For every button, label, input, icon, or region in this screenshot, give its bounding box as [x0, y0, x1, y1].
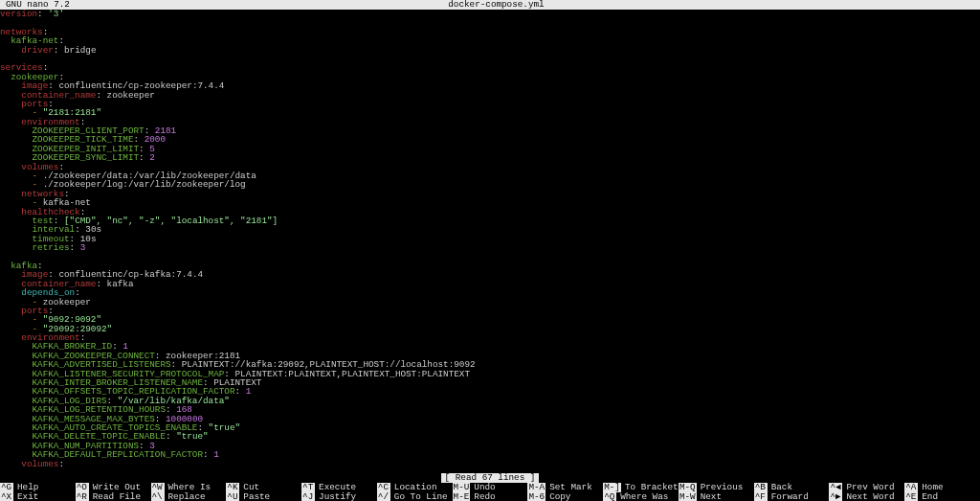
shortcut: ^CLocation — [377, 483, 453, 492]
editor-line[interactable]: - ./zookeeper/log:/var/lib/zookeeper/log — [0, 180, 980, 189]
shortcut-key: ^/ — [377, 492, 390, 502]
shortcut-key: ^X — [0, 492, 13, 502]
editor-line[interactable]: - kafka-net — [0, 198, 980, 207]
shortcut-label: Replace — [168, 492, 206, 501]
editor-line[interactable]: retries: 3 — [0, 243, 980, 252]
shortcut-key: M-U — [453, 483, 471, 492]
shortcut: ^KCut — [226, 483, 301, 492]
shortcut-key: ^C — [377, 483, 390, 492]
shortcut-label: Next — [701, 492, 722, 501]
editor-line[interactable]: depends_on: — [0, 288, 980, 297]
shortcut: ^JJustify — [301, 492, 377, 502]
editor-line[interactable]: - "9092:9092" — [0, 315, 980, 324]
shortcut-key: ^U — [226, 492, 239, 502]
editor-line[interactable]: ports: — [0, 100, 980, 108]
filename: docker-compose.yml — [70, 0, 923, 10]
shortcut-key: ^O — [76, 483, 89, 492]
shortcut-key: M-Q — [679, 483, 697, 492]
shortcut-label: Justify — [319, 492, 356, 501]
editor-line[interactable]: image: confluentinc/cp-kafka:7.4.4 — [0, 270, 980, 279]
shortcut-key: ^A — [904, 483, 918, 492]
shortcut-key: ^J — [301, 492, 315, 502]
shortcut: ^TExecute — [301, 483, 377, 492]
shortcut-key: ^K — [226, 483, 239, 492]
shortcut-label: Undo — [474, 483, 495, 491]
editor-line[interactable]: - "2181:2181" — [0, 108, 980, 117]
editor-line[interactable]: - "29092:29092" — [0, 325, 980, 333]
shortcut: ^UPaste — [226, 492, 301, 502]
shortcut-key: ^W — [151, 483, 165, 492]
editor-line[interactable]: timeout: 10s — [0, 235, 980, 243]
shortcut: M-WNext — [679, 492, 754, 502]
editor-line[interactable]: KAFKA_DEFAULT_REPLICATION_FACTOR: 1 — [0, 450, 980, 459]
shortcut-key: ^Q — [603, 492, 616, 502]
shortcut: ^FForward — [754, 492, 830, 502]
editor-line[interactable]: driver: bridge — [0, 46, 980, 55]
shortcut: ^◀Prev Word — [829, 483, 904, 492]
editor-line[interactable]: - zookeeper — [0, 298, 980, 307]
shortcut: M-6Copy — [527, 492, 603, 502]
shortcut-label: Forward — [771, 492, 809, 501]
shortcut: ^XExit — [0, 492, 76, 502]
shortcut: M-UUndo — [453, 483, 528, 492]
shortcut-label: Exit — [17, 492, 38, 501]
editor-line[interactable]: kafka-net: — [0, 36, 980, 45]
shortcut-key: M-6 — [527, 492, 546, 502]
shortcut-key: ^E — [904, 492, 918, 502]
shortcut-label: Redo — [474, 492, 495, 501]
shortcut: ^GHelp — [0, 483, 76, 492]
shortcut-label: To Bracket — [625, 483, 679, 491]
editor-line[interactable]: container_name: kafka — [0, 280, 980, 288]
editor-line[interactable]: ports: — [0, 307, 980, 315]
shortcut: ^/Go To Line — [377, 492, 453, 502]
editor-line[interactable]: test: ["CMD", "nc", "-z", "localhost", "… — [0, 216, 980, 225]
shortcut: ^▶Next Word — [829, 492, 904, 502]
editor-line[interactable]: services: — [0, 63, 980, 72]
shortcut-key: M-A — [527, 483, 546, 492]
shortcut-key: M-W — [679, 492, 697, 502]
shortcut: ^RRead File — [76, 492, 151, 502]
editor-line[interactable] — [0, 18, 980, 27]
editor-line[interactable]: networks: — [0, 190, 980, 198]
editor-line[interactable]: interval: 30s — [0, 225, 980, 234]
shortcut: ^\Replace — [151, 492, 227, 502]
shortcut-label: End — [922, 492, 938, 501]
shortcut-label: Write Out — [93, 483, 141, 491]
shortcut-label: Previous — [701, 483, 744, 491]
shortcut-key: ^◀ — [829, 483, 842, 492]
shortcut-key: M-] — [603, 483, 621, 492]
shortcut: ^WWhere Is — [151, 483, 227, 492]
shortcut-label: Back — [771, 483, 792, 491]
editor-line[interactable]: ZOOKEEPER_SYNC_LIMIT: 2 — [0, 153, 980, 162]
shortcut: ^QWhere Was — [603, 492, 679, 502]
editor-line[interactable]: networks: — [0, 28, 980, 36]
shortcut-label: Home — [922, 483, 943, 491]
shortcut-key: ^G — [0, 483, 13, 492]
shortcut-label: Go To Line — [394, 492, 448, 501]
shortcut-label: Execute — [319, 483, 356, 491]
shortcut-key: M-E — [453, 492, 471, 502]
shortcut-label: Location — [394, 483, 437, 491]
status-message: [ Read 67 lines ] — [441, 473, 540, 483]
shortcut-key: ^▶ — [829, 492, 842, 502]
shortcut: M-ASet Mark — [527, 483, 603, 492]
shortcut: M-]To Bracket — [603, 483, 679, 492]
status-bar: [ Read 67 lines ] — [0, 473, 980, 483]
shortcut-label: Cut — [243, 483, 259, 491]
shortcut-key: ^B — [754, 483, 768, 492]
editor-line[interactable]: version: '3' — [0, 10, 980, 18]
editor-line[interactable]: container_name: zookeeper — [0, 91, 980, 100]
editor-line[interactable]: volumes: — [0, 460, 980, 468]
editor-line[interactable]: environment: — [0, 333, 980, 342]
shortcut-label: Set Mark — [549, 483, 592, 491]
shortcut-label: Help — [17, 483, 38, 491]
editor-area[interactable]: version: '3' networks: kafka-net: driver… — [0, 10, 980, 468]
shortcut: M-ERedo — [453, 492, 528, 502]
shortcut-key: ^\ — [151, 492, 165, 502]
shortcut: ^OWrite Out — [76, 483, 151, 492]
editor-line[interactable] — [0, 253, 980, 262]
shortcut-label: Read File — [93, 492, 141, 501]
shortcut-label: Where Was — [620, 492, 668, 501]
shortcut: M-QPrevious — [679, 483, 754, 492]
editor-line[interactable] — [0, 55, 980, 63]
